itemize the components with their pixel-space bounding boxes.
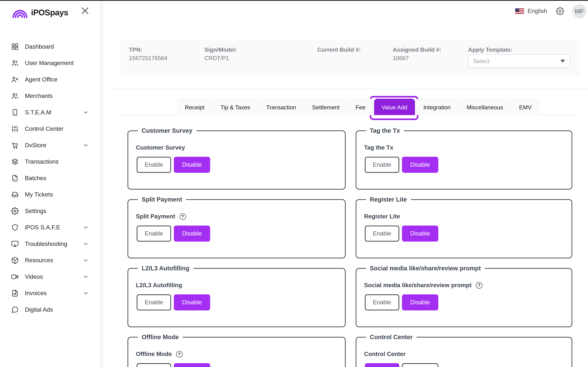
sidebar-item-resources[interactable]: Resources — [0, 252, 100, 268]
screen-share-icon — [11, 240, 19, 248]
sidebar-item-label: Digital Ads — [25, 306, 53, 313]
enable-button[interactable]: Enable — [137, 294, 171, 310]
sidebar-item-videos[interactable]: Videos — [0, 268, 100, 285]
tab-transaction[interactable]: Transaction — [259, 99, 304, 115]
screen: iPOSpays Dashboard User Management Agent… — [0, 0, 588, 367]
sidebar-item-dvstore[interactable]: DvStore — [0, 137, 100, 153]
select-caret-icon — [561, 59, 565, 63]
sidebar-item-label: Dashboard — [25, 43, 54, 50]
sliders-icon — [11, 125, 19, 133]
tab-fee[interactable]: Fee — [348, 99, 373, 115]
sidebar-item-control-center[interactable]: Control Center — [0, 120, 100, 137]
panel-legend: Control Center — [366, 334, 416, 341]
enable-button[interactable]: Enable — [137, 157, 171, 173]
package-icon — [11, 256, 19, 264]
sidebar-item-ipos-safe[interactable]: iPOS S.A.F.E — [0, 219, 100, 236]
disable-button[interactable]: Disable — [402, 157, 438, 173]
panel-split-payment: Split Payment Split Payment ? Enable Dis… — [128, 196, 346, 259]
panel-legend: Split Payment — [138, 196, 186, 203]
sidebar-item-label: Videos — [25, 273, 43, 280]
panel-register-lite: Register Lite Register Lite ? Enable Dis… — [356, 196, 572, 259]
tab-integration[interactable]: Integration — [416, 99, 458, 115]
users-icon — [11, 59, 19, 67]
brand-logo[interactable]: iPOSpays — [12, 8, 68, 18]
panel-label: Social media like/share/review prompt — [364, 282, 472, 289]
help-icon[interactable]: ? — [179, 213, 186, 220]
enable-button[interactable]: Enable — [365, 225, 399, 242]
sidebar-item-label: Resources — [25, 257, 53, 264]
panel-label: Customer Survey — [136, 144, 185, 151]
chat-bubble-icon — [11, 306, 19, 313]
disable-button[interactable]: Disable — [174, 363, 210, 367]
panel-label: Offline Mode — [136, 351, 172, 358]
disable-button[interactable]: Disable — [402, 363, 438, 367]
panel-label: L2/L3 Autofilling — [136, 282, 182, 289]
tab-settlement[interactable]: Settlement — [304, 99, 347, 115]
chevron-down-icon — [83, 274, 89, 280]
enable-button[interactable]: Enable — [137, 225, 171, 242]
assigned-build-label: Assigned Build #: — [393, 46, 441, 53]
close-icon[interactable] — [80, 6, 90, 16]
file-text-icon — [11, 289, 19, 297]
app-window: iPOSpays Dashboard User Management Agent… — [0, 0, 588, 367]
sign-model-label: Sign/Model: — [204, 46, 237, 53]
sidebar-item-label: User Management — [25, 59, 74, 66]
panel-legend: Social media like/share/review prompt — [366, 265, 485, 272]
sidebar-item-agent-office[interactable]: Agent Office — [0, 71, 100, 88]
apply-template-label: Apply Template: — [468, 46, 512, 53]
settings-gear-icon[interactable] — [556, 7, 564, 15]
sidebar-item-steam[interactable]: S.T.E.A.M — [0, 104, 100, 120]
assigned-build-value: 10667 — [393, 55, 409, 61]
chevron-down-icon — [83, 224, 89, 230]
dashboard-icon — [11, 43, 19, 50]
language-selector[interactable]: English — [527, 8, 547, 15]
brand-name: iPOSpays — [31, 8, 68, 18]
rainbow-logo-icon — [12, 8, 27, 18]
tpn-value: 156725176564 — [129, 55, 167, 61]
enable-button[interactable]: Enable — [365, 157, 399, 173]
tab-value-add[interactable]: Value Add — [374, 99, 415, 115]
sidebar-item-label: Merchants — [25, 92, 53, 99]
sidebar-item-merchants[interactable]: Merchants — [0, 88, 100, 104]
settings-tabs: Receipt Tip & Taxes Transaction Settleme… — [177, 99, 539, 115]
sidebar-item-settings[interactable]: Settings — [0, 203, 100, 219]
sidebar-menu: Dashboard User Management Agent Office M… — [0, 38, 100, 318]
sidebar-item-dashboard[interactable]: Dashboard — [0, 38, 100, 55]
help-icon[interactable]: ? — [176, 351, 183, 357]
avatar[interactable]: MF — [572, 4, 587, 18]
terminal-device-icon — [11, 108, 19, 116]
sidebar-item-digital-ads[interactable]: Digital Ads — [0, 301, 100, 318]
apply-template-select[interactable]: Select — [468, 54, 570, 68]
disable-button[interactable]: Disable — [402, 225, 438, 242]
apply-template-selected-value: Select — [473, 58, 489, 64]
tab-emv[interactable]: EMV — [511, 99, 539, 115]
sidebar-item-transactions[interactable]: Transactions — [0, 153, 100, 170]
panel-legend: L2/L3 Autofilling — [138, 265, 193, 272]
disable-button[interactable]: Disable — [174, 225, 210, 242]
file-icon — [11, 174, 19, 182]
tab-miscellaneous[interactable]: Miscellaneous — [459, 99, 511, 115]
panel-tag-the-tx: Tag the Tx Tag the Tx ? Enable Disable — [356, 127, 572, 190]
sidebar-item-invoices[interactable]: Invoices — [0, 285, 100, 301]
sidebar-item-user-management[interactable]: User Management — [0, 55, 100, 71]
disable-button[interactable]: Disable — [174, 294, 210, 310]
sidebar-item-label: S.T.E.A.M — [25, 109, 51, 116]
disable-button[interactable]: Disable — [174, 157, 210, 173]
disable-button[interactable]: Disable — [402, 294, 438, 310]
enable-button[interactable]: Enable — [137, 363, 171, 367]
header-divider — [110, 89, 588, 89]
panel-legend: Customer Survey — [138, 127, 196, 134]
tab-tip-taxes[interactable]: Tip & Taxes — [213, 99, 258, 115]
sidebar-item-label: Settings — [25, 207, 46, 214]
panel-label: Split Payment — [136, 213, 175, 220]
sidebar-item-batches[interactable]: Batches — [0, 170, 100, 186]
enable-button[interactable]: Enable — [365, 294, 399, 310]
sidebar-item-troubleshooting[interactable]: Troubleshooting — [0, 235, 100, 252]
panel-label: Control Center — [364, 351, 406, 358]
tab-receipt[interactable]: Receipt — [177, 99, 212, 115]
help-icon[interactable]: ? — [476, 282, 482, 289]
enable-button[interactable]: Enable — [365, 363, 399, 367]
sidebar-item-my-tickets[interactable]: My Tickets — [0, 186, 100, 203]
sidebar-item-label: Troubleshooting — [25, 240, 67, 247]
current-build-label: Current Build #: — [317, 46, 361, 53]
